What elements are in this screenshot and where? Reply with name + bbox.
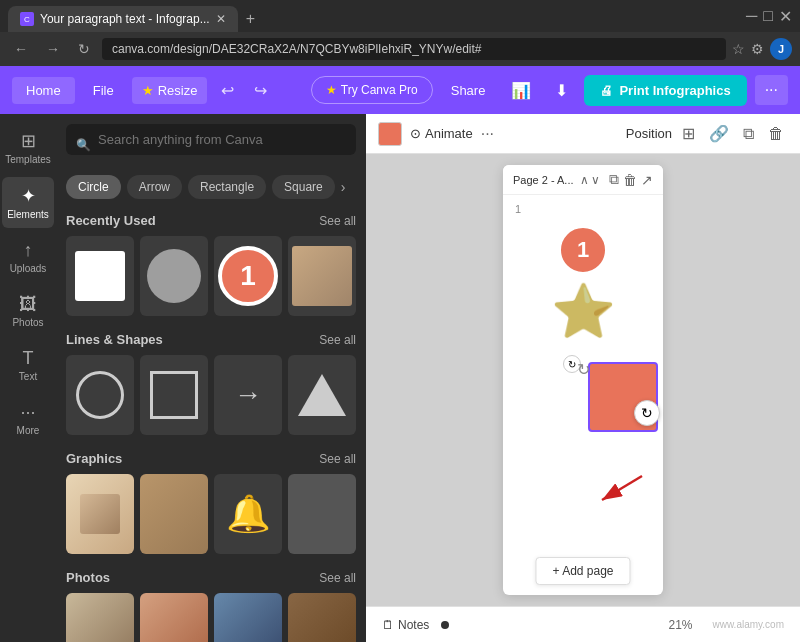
sidebar-item-elements[interactable]: ✦ Elements (2, 177, 54, 228)
page-label: Page 2 - A... (513, 174, 574, 186)
animate-button[interactable]: ⊙ Animate (410, 126, 473, 141)
recently-used-section: Recently Used See all 1 (66, 213, 356, 316)
right-rotate-button[interactable]: ↻ (634, 400, 660, 426)
dot-indicator (441, 621, 449, 629)
try-canva-button[interactable]: ★ Try Canva Pro (311, 76, 433, 104)
back-button[interactable]: ← (8, 37, 34, 61)
photo-item-2[interactable] (140, 593, 208, 642)
recent-item-badge[interactable]: 1 (214, 236, 282, 316)
lines-item-square[interactable] (140, 355, 208, 435)
recent-item-floral[interactable] (288, 236, 356, 316)
tab-title: Your paragraph text - Infograp... (40, 12, 210, 26)
color-swatch[interactable] (378, 122, 402, 146)
floral-element (80, 494, 120, 534)
refresh-button[interactable]: ↻ (72, 37, 96, 61)
uploads-icon: ↑ (24, 240, 33, 261)
graphics-item-tan[interactable] (140, 474, 208, 554)
undo-button[interactable]: ↩ (215, 77, 240, 104)
graphics-item-bell[interactable]: 🔔 (214, 474, 282, 554)
file-button[interactable]: File (83, 77, 124, 104)
recently-used-title: Recently Used (66, 213, 156, 228)
extension-button[interactable]: ⚙ (751, 41, 764, 57)
chip-arrow[interactable]: Arrow (127, 175, 182, 199)
graphics-item-gray[interactable] (288, 474, 356, 554)
page-number: 1 (515, 203, 521, 215)
tab-close-button[interactable]: ✕ (216, 12, 226, 26)
active-tab[interactable]: C Your paragraph text - Infograp... ✕ (8, 6, 238, 32)
window-maximize[interactable]: □ (763, 7, 773, 26)
floral-shape (292, 246, 352, 306)
recently-used-grid: 1 (66, 236, 356, 316)
share-button[interactable]: Share (441, 77, 496, 104)
recent-item-square[interactable] (66, 236, 134, 316)
photos-see-all[interactable]: See all (319, 571, 356, 585)
address-input[interactable] (102, 38, 726, 60)
more-options-button[interactable]: ··· (755, 75, 788, 105)
sidebar-icons: ⊞ Templates ✦ Elements ↑ Uploads 🖼 Photo… (0, 114, 56, 642)
download-button[interactable]: ⬇ (547, 75, 576, 106)
page-nav-down[interactable]: ∨ (591, 173, 600, 187)
graphics-item-floral[interactable] (66, 474, 134, 554)
page-export-button[interactable]: ↗ (641, 171, 653, 188)
window-minimize[interactable]: ─ (746, 7, 757, 26)
graphics-grid: 🔔 (66, 474, 356, 554)
redo-button[interactable]: ↪ (248, 77, 273, 104)
chip-circle[interactable]: Circle (66, 175, 121, 199)
forward-button[interactable]: → (40, 37, 66, 61)
lines-item-circle[interactable] (66, 355, 134, 435)
link-button[interactable]: 🔗 (705, 120, 733, 147)
graphics-section: Graphics See all 🔔 (66, 451, 356, 554)
notes-button[interactable]: 🗒 Notes (382, 618, 429, 632)
page-content: 1 1 ⭐ ↻ ↻ (503, 195, 663, 365)
delete-button[interactable]: 🗑 (764, 121, 788, 147)
chart-button[interactable]: 📊 (503, 75, 539, 106)
window-close[interactable]: ✕ (779, 7, 792, 26)
canvas-area: ⊙ Animate ··· Position ⊞ 🔗 ⧉ 🗑 Page 2 - … (366, 114, 800, 642)
chip-square[interactable]: Square (272, 175, 335, 199)
chip-rectangle[interactable]: Rectangle (188, 175, 266, 199)
page-badge-element[interactable]: 1 (558, 225, 608, 275)
grid-button[interactable]: ⊞ (678, 120, 699, 147)
new-tab-button[interactable]: + (238, 6, 263, 32)
graphics-title: Graphics (66, 451, 122, 466)
sidebar-item-uploads[interactable]: ↑ Uploads (2, 232, 54, 282)
photos-icon: 🖼 (19, 294, 37, 315)
sidebar-item-text[interactable]: T Text (2, 340, 54, 390)
lines-item-arrow[interactable]: → (214, 355, 282, 435)
search-icon: 🔍 (76, 138, 91, 152)
profile-button[interactable]: J (770, 38, 792, 60)
sidebar-item-more[interactable]: ··· More (2, 394, 54, 444)
duplicate-button[interactable]: ⧉ (739, 121, 758, 147)
recent-item-circle[interactable] (140, 236, 208, 316)
lines-shapes-see-all[interactable]: See all (319, 333, 356, 347)
sidebar-item-templates[interactable]: ⊞ Templates (2, 122, 54, 173)
page-star-element[interactable]: ⭐ (551, 285, 616, 337)
photo-item-3[interactable] (214, 593, 282, 642)
page-delete-button[interactable]: 🗑 (623, 171, 637, 188)
sidebar-item-photos[interactable]: 🖼 Photos (2, 286, 54, 336)
elements-icon: ✦ (21, 185, 36, 207)
search-wrapper: 🔍 (66, 124, 356, 165)
canvas-workspace[interactable]: Page 2 - A... ∧ ∨ ⧉ 🗑 ↗ 1 1 (366, 154, 800, 606)
position-button[interactable]: Position (626, 126, 672, 141)
photo-item-4[interactable] (288, 593, 356, 642)
search-input[interactable] (66, 124, 356, 155)
canvas-more-button[interactable]: ··· (481, 125, 494, 143)
recently-used-see-all[interactable]: See all (319, 214, 356, 228)
gray-circle-shape (147, 249, 201, 303)
page-panel: Page 2 - A... ∧ ∨ ⧉ 🗑 ↗ 1 1 (503, 165, 663, 595)
arrow-shape: → (234, 379, 262, 411)
print-button[interactable]: 🖨 Print Infographics (584, 75, 746, 106)
bottom-rotate-handle[interactable]: ↻ (577, 360, 590, 379)
resize-button[interactable]: ★ Resize (132, 77, 208, 104)
photo-item-1[interactable] (66, 593, 134, 642)
page-copy-button[interactable]: ⧉ (609, 171, 619, 188)
bookmark-button[interactable]: ☆ (732, 41, 745, 57)
lines-item-triangle[interactable] (288, 355, 356, 435)
add-page-button[interactable]: + Add page (535, 557, 630, 585)
address-bar: ← → ↻ ☆ ⚙ J (0, 32, 800, 66)
home-button[interactable]: Home (12, 77, 75, 104)
graphics-see-all[interactable]: See all (319, 452, 356, 466)
page-nav-up[interactable]: ∧ (580, 173, 589, 187)
chips-next-button[interactable]: › (341, 179, 346, 195)
